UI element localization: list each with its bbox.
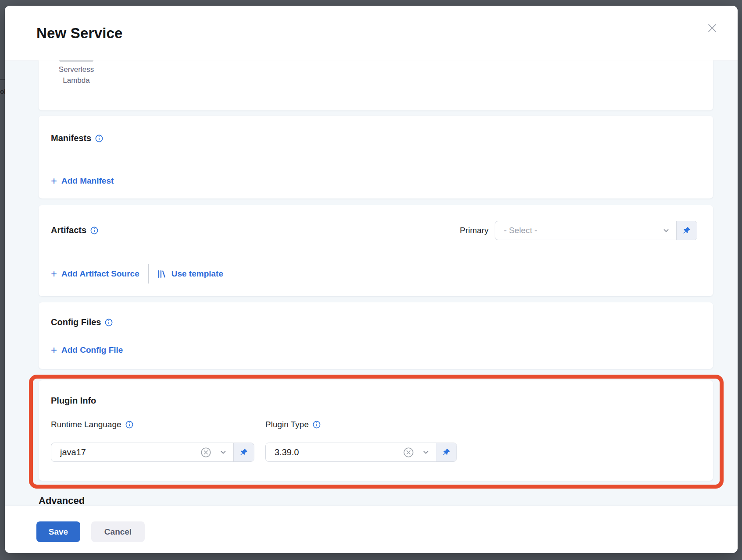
runtime-language-info-button[interactable]	[125, 421, 133, 429]
background-divider	[0, 79, 5, 80]
pushpin-icon	[442, 448, 451, 457]
close-icon	[706, 22, 718, 34]
info-icon	[105, 319, 113, 326]
clear-circle-icon	[403, 447, 414, 458]
primary-select-placeholder: - Select -	[504, 226, 654, 235]
chevron-down-icon	[219, 448, 227, 456]
plugin-info-heading: Plugin Info	[51, 396, 96, 406]
plus-icon: +	[51, 177, 57, 185]
artifacts-info-button[interactable]	[90, 227, 98, 234]
use-template-button[interactable]: Use template	[157, 269, 223, 279]
plus-icon: +	[51, 346, 57, 354]
service-type-card: Serverless Lambda	[39, 60, 713, 110]
primary-artifact-row: Primary - Select -	[460, 221, 697, 240]
close-button[interactable]	[706, 22, 718, 34]
save-button[interactable]: Save	[36, 521, 80, 542]
manifests-info-button[interactable]	[95, 135, 103, 142]
new-service-modal: New Service Serverless Lambda Manifests …	[5, 6, 738, 553]
manifests-card: Manifests + Add Manifest	[39, 116, 713, 198]
service-tile-serverless-lambda[interactable]	[59, 60, 93, 62]
runtime-language-combo	[51, 443, 254, 462]
modal-header: New Service	[5, 6, 738, 60]
add-config-file-button[interactable]: + Add Config File	[51, 345, 123, 355]
plugin-type-input[interactable]	[275, 447, 395, 457]
runtime-language-input[interactable]	[60, 447, 193, 457]
plugin-type-info-button[interactable]	[313, 421, 321, 429]
background-text-fragment: ol	[0, 88, 5, 95]
runtime-language-pin-button[interactable]	[233, 443, 254, 461]
info-icon	[95, 135, 103, 142]
modal-footer: Save Cancel	[5, 506, 738, 553]
config-files-heading: Config Files	[51, 317, 113, 327]
plugin-type-clear-button[interactable]	[403, 447, 414, 458]
manifests-heading: Manifests	[51, 133, 103, 143]
pushpin-icon	[239, 448, 248, 457]
info-icon	[313, 421, 321, 429]
advanced-heading: Advanced	[39, 495, 85, 507]
service-tile-label: Serverless Lambda	[50, 64, 103, 86]
primary-pin-button[interactable]	[676, 221, 697, 240]
plus-icon: +	[51, 269, 57, 278]
primary-artifact-select[interactable]: - Select -	[495, 221, 676, 240]
plugin-type-combo	[265, 443, 457, 462]
plugin-type-label: Plugin Type	[265, 420, 321, 429]
primary-label: Primary	[460, 226, 489, 235]
add-artifact-source-button[interactable]: + Add Artifact Source	[51, 269, 139, 279]
plugin-type-dropdown-button[interactable]	[422, 448, 430, 456]
chevron-down-icon	[422, 448, 430, 456]
info-icon	[90, 227, 98, 234]
vertical-divider	[148, 264, 149, 284]
runtime-language-label: Runtime Language	[51, 420, 133, 429]
clear-circle-icon	[200, 447, 211, 458]
chevron-down-icon	[662, 227, 670, 234]
page-title: New Service	[36, 25, 123, 42]
pushpin-icon	[682, 226, 691, 235]
primary-artifact-combo: - Select -	[495, 221, 697, 240]
artifacts-card: Artifacts Primary - Select -	[39, 205, 713, 296]
template-library-icon	[157, 269, 166, 279]
runtime-language-clear-button[interactable]	[200, 447, 211, 458]
artifacts-heading: Artifacts	[51, 225, 98, 235]
config-files-info-button[interactable]	[105, 319, 113, 326]
config-files-card: Config Files + Add Config File	[39, 302, 713, 369]
plugin-info-card: Plugin Info Runtime Language Plugin Type	[39, 380, 713, 481]
runtime-language-dropdown-button[interactable]	[219, 448, 227, 456]
info-icon	[125, 421, 133, 429]
plugin-type-pin-button[interactable]	[436, 443, 457, 461]
cancel-button[interactable]: Cancel	[91, 521, 145, 542]
add-manifest-button[interactable]: + Add Manifest	[51, 176, 114, 186]
background-page-sliver: ol	[0, 0, 5, 560]
